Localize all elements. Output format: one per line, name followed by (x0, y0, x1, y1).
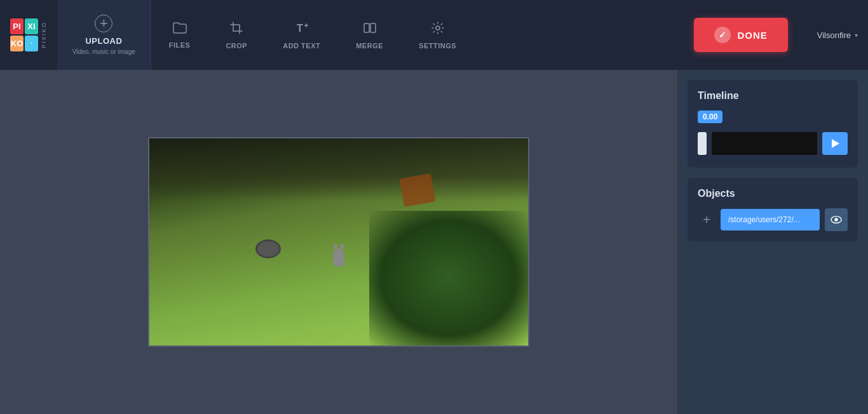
check-icon: ✓ (714, 27, 731, 43)
gear-icon (431, 21, 445, 38)
objects-title: Objects (698, 188, 848, 199)
logo-area: PI XI KO · PIXIKO (0, 0, 57, 70)
add-text-tool[interactable]: T ADD TEXT (265, 0, 338, 70)
sidebar: Timeline 0.00 Objects + /storage/users/2… (677, 70, 868, 414)
timeline-play-button[interactable] (822, 132, 848, 155)
logo-xi: XI (25, 18, 38, 34)
objects-section: Objects + /storage/users/272/... (688, 178, 858, 241)
video-frame (149, 138, 528, 345)
upload-sublabel: Video, music or image (72, 48, 135, 56)
add-text-label: ADD TEXT (283, 42, 320, 50)
play-icon (832, 139, 839, 148)
video-preview (148, 137, 529, 347)
merge-tool[interactable]: MERGE (338, 0, 401, 70)
logo-ko: KO (10, 36, 24, 51)
object-visibility-button[interactable] (825, 208, 848, 231)
canvas-area (0, 70, 677, 414)
plus-icon: + (95, 15, 112, 32)
logo: PI XI KO · (10, 18, 38, 51)
timeline-bar[interactable] (712, 132, 817, 155)
logo-dot: · (25, 36, 38, 51)
svg-text:T: T (297, 23, 303, 34)
svg-point-5 (436, 26, 440, 30)
files-tool[interactable]: FILES (151, 0, 208, 70)
timeline-title: Timeline (698, 90, 848, 102)
svg-rect-3 (364, 23, 369, 32)
files-label: FILES (169, 41, 191, 49)
svg-point-7 (834, 218, 837, 221)
merge-icon (363, 21, 377, 38)
settings-label: SETTINGS (419, 42, 456, 50)
brand-label: PIXIKO (41, 22, 47, 48)
top-navigation: PI XI KO · PIXIKO + UPLOAD Video, music … (0, 0, 868, 70)
settings-tool[interactable]: SETTINGS (401, 0, 474, 70)
merge-label: MERGE (356, 42, 383, 50)
crop-icon (229, 21, 243, 38)
crop-label: CROP (226, 42, 247, 50)
crop-tool[interactable]: CROP (208, 0, 265, 70)
objects-item: + /storage/users/272/... (698, 208, 848, 231)
eye-icon (831, 214, 842, 225)
done-label: DONE (737, 30, 767, 41)
object-path[interactable]: /storage/users/272/... (721, 209, 820, 230)
timeline-current-time: 0.00 (698, 110, 722, 123)
logo-pi: PI (10, 18, 24, 34)
add-object-button[interactable]: + (698, 211, 715, 229)
user-menu[interactable]: Vilsonfire ▾ (807, 0, 868, 70)
folder-icon (173, 22, 187, 37)
svg-rect-4 (370, 23, 376, 32)
timeline-section: Timeline 0.00 (688, 80, 858, 168)
done-button[interactable]: ✓ DONE (694, 18, 787, 52)
username: Vilsonfire (817, 30, 851, 40)
text-icon: T (295, 21, 309, 38)
upload-label: UPLOAD (85, 36, 122, 46)
main-content: Timeline 0.00 Objects + /storage/users/2… (0, 70, 868, 414)
chevron-down-icon: ▾ (855, 32, 858, 39)
timeline-track (698, 130, 848, 157)
timeline-handle[interactable] (698, 132, 707, 155)
nav-tools: FILES CROP T ADD TEXT (151, 0, 695, 70)
upload-button[interactable]: + UPLOAD Video, music or image (57, 0, 151, 70)
